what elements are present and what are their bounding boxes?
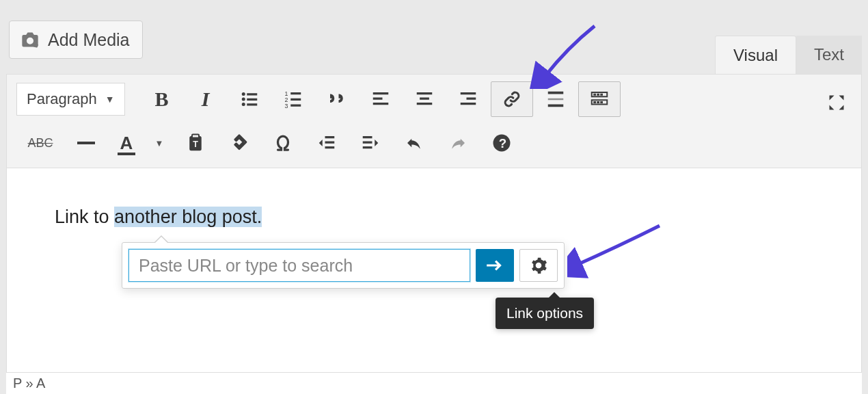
svg-rect-31 [600, 101, 603, 103]
svg-rect-35 [325, 136, 335, 138]
svg-rect-38 [363, 136, 372, 138]
svg-point-0 [241, 92, 245, 96]
outdent-icon [316, 133, 337, 153]
toolbar-toggle-button[interactable] [578, 81, 621, 117]
blockquote-button[interactable] [316, 81, 358, 117]
numbered-list-button[interactable]: 123 [272, 81, 314, 117]
horizontal-rule-icon [77, 142, 95, 144]
svg-rect-25 [593, 94, 596, 96]
indent-button[interactable] [349, 125, 392, 161]
svg-rect-7 [290, 92, 301, 94]
bold-button[interactable]: B [141, 81, 183, 117]
bulleted-list-button[interactable] [228, 81, 271, 117]
editor-text-line[interactable]: Link to another blog post. [55, 207, 813, 228]
svg-rect-3 [247, 98, 257, 101]
editor-header: Add Media Visual Text [6, 0, 862, 74]
clear-formatting-button[interactable] [218, 125, 260, 161]
svg-rect-37 [325, 146, 335, 148]
strikethrough-button[interactable]: ABC [17, 125, 64, 161]
read-more-icon [545, 89, 566, 109]
read-more-button[interactable] [534, 81, 577, 117]
svg-rect-40 [363, 146, 372, 148]
element-path: P » A [13, 376, 45, 391]
svg-rect-29 [593, 101, 596, 103]
svg-rect-19 [466, 98, 476, 100]
align-left-button[interactable] [360, 81, 402, 117]
svg-point-2 [241, 98, 245, 101]
text-color-dropdown-button[interactable]: ▼ [146, 125, 173, 161]
toolbar-toggle-icon [589, 89, 610, 109]
blockquote-icon [327, 89, 347, 109]
svg-rect-36 [325, 142, 335, 144]
insert-link-button[interactable] [491, 81, 533, 117]
bulleted-list-icon [239, 89, 260, 109]
text-color-icon: A [120, 133, 133, 154]
indent-icon [360, 133, 381, 153]
strikethrough-icon: ABC [27, 136, 53, 150]
link-url-input[interactable] [128, 249, 470, 282]
outdent-button[interactable] [306, 125, 348, 161]
svg-text:T: T [193, 140, 198, 149]
svg-rect-39 [363, 142, 372, 144]
help-button[interactable]: ? [480, 125, 523, 161]
horizontal-rule-button[interactable] [65, 125, 107, 161]
fullscreen-icon [827, 93, 846, 112]
link-options-button[interactable] [519, 249, 558, 282]
italic-button[interactable]: I [185, 81, 227, 117]
svg-point-4 [241, 103, 245, 106]
align-right-button[interactable] [447, 81, 489, 117]
format-dropdown[interactable]: Paragraph ▼ [16, 83, 125, 116]
toolbar-row-1: Paragraph ▼ B I 123 [7, 75, 861, 121]
status-bar: P » A [6, 372, 862, 394]
svg-rect-5 [247, 103, 257, 105]
editor-text-prefix: Link to [55, 207, 114, 227]
editor-tabs: Visual Text [715, 36, 862, 74]
format-dropdown-label: Paragraph [27, 90, 97, 108]
svg-text:3: 3 [284, 103, 288, 109]
svg-rect-27 [600, 94, 603, 96]
paste-text-icon: T [185, 133, 206, 153]
svg-rect-14 [372, 103, 388, 105]
special-character-button[interactable] [262, 125, 304, 161]
toolbar-row-2: ABC A ▼ T [7, 121, 861, 168]
svg-rect-30 [597, 101, 599, 103]
tab-text[interactable]: Text [796, 36, 862, 74]
redo-button[interactable] [437, 125, 479, 161]
clear-formatting-icon [229, 133, 249, 153]
svg-rect-33 [192, 135, 199, 138]
media-icon [21, 31, 40, 48]
link-options-tooltip: Link options [496, 298, 594, 329]
inline-link-popup [122, 242, 565, 289]
text-color-button[interactable]: A [109, 125, 144, 161]
svg-rect-23 [547, 105, 563, 107]
svg-rect-12 [372, 92, 388, 94]
redo-icon [448, 133, 468, 153]
align-center-button[interactable] [403, 81, 446, 117]
special-character-icon [273, 133, 293, 153]
svg-rect-21 [547, 92, 563, 94]
svg-rect-26 [597, 94, 599, 96]
numbered-list-icon: 123 [283, 89, 303, 109]
add-media-label: Add Media [48, 30, 130, 50]
undo-icon [404, 133, 424, 153]
link-icon [502, 89, 522, 109]
help-icon: ? [491, 133, 512, 153]
editor-text-selection: another blog post. [114, 207, 262, 227]
apply-icon [485, 259, 504, 272]
tab-visual-label: Visual [733, 46, 778, 65]
svg-rect-18 [460, 92, 476, 94]
paste-text-button[interactable]: T [174, 125, 217, 161]
svg-rect-16 [420, 98, 429, 100]
apply-link-button[interactable] [476, 249, 514, 282]
undo-button[interactable] [393, 125, 435, 161]
fullscreen-button[interactable] [820, 86, 853, 119]
tooltip-text: Link options [506, 305, 583, 321]
svg-rect-11 [290, 105, 301, 107]
italic-icon: I [202, 88, 210, 111]
svg-rect-17 [416, 103, 432, 105]
tab-visual[interactable]: Visual [715, 36, 796, 74]
tab-text-label: Text [814, 45, 844, 64]
add-media-button[interactable]: Add Media [9, 21, 143, 59]
align-left-icon [370, 89, 391, 109]
chevron-down-icon: ▼ [105, 94, 115, 105]
